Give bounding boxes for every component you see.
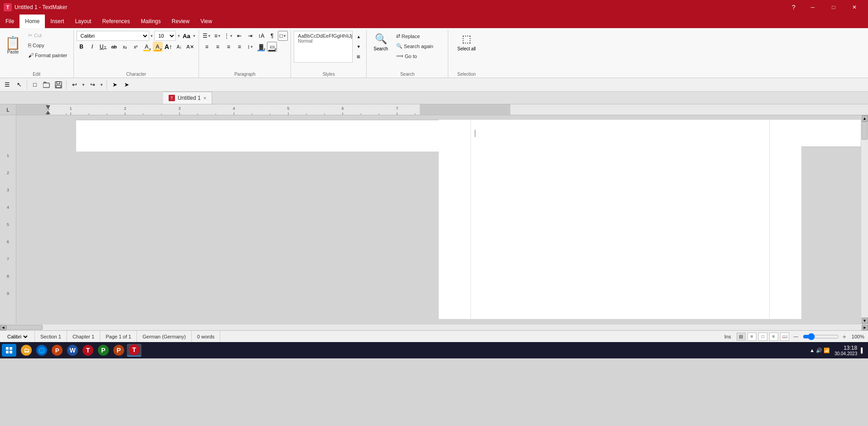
italic-button[interactable]: I bbox=[87, 42, 97, 52]
numbered-list-button[interactable]: ≡▼ bbox=[213, 31, 223, 41]
toolbar-cursor2-button[interactable]: ➤ bbox=[109, 79, 120, 90]
decrease-indent-button[interactable]: ⇤ bbox=[234, 31, 244, 41]
document-content[interactable]: | bbox=[470, 120, 770, 319]
scroll-left-button[interactable]: ◄ bbox=[0, 325, 6, 330]
align-right-button[interactable]: ≡ bbox=[223, 42, 233, 52]
view-normal-button[interactable]: ▤ bbox=[737, 333, 746, 341]
menu-view[interactable]: View bbox=[195, 15, 218, 28]
taskbar-app-textmaker-red[interactable]: T bbox=[81, 344, 95, 357]
increase-indent-button[interactable]: ⇥ bbox=[245, 31, 255, 41]
menu-review[interactable]: Review bbox=[166, 15, 195, 28]
taskbar-app-textmaker-active[interactable]: T bbox=[127, 344, 141, 357]
help-button[interactable]: ? bbox=[786, 0, 801, 15]
vertical-scrollbar[interactable]: ▲ ▼ bbox=[861, 115, 868, 324]
h-scroll-thumb[interactable] bbox=[6, 325, 43, 330]
bullet-list-button[interactable]: ☰▼ bbox=[202, 31, 212, 41]
toolbar-save-button[interactable] bbox=[53, 79, 64, 90]
document-viewport[interactable]: | bbox=[16, 115, 861, 324]
menu-file[interactable]: File bbox=[0, 15, 19, 28]
scroll-up-button[interactable]: ▲ bbox=[862, 115, 868, 122]
toolbar-cursor-button[interactable]: ↖ bbox=[14, 79, 24, 90]
status-font-selector[interactable]: Calibri bbox=[5, 333, 29, 340]
style-selector[interactable]: AaBbCcDdEeFfGgHhIiJj Normal bbox=[294, 31, 353, 63]
scissors-icon: ✂ bbox=[28, 32, 33, 39]
align-center-button[interactable]: ≡ bbox=[213, 42, 223, 52]
menu-mailings[interactable]: Mailings bbox=[136, 15, 166, 28]
styles-expand-button[interactable]: ⊞ bbox=[354, 52, 364, 62]
scroll-right-button[interactable]: ► bbox=[862, 325, 868, 330]
vr-3: 3 bbox=[7, 181, 9, 199]
text-case-button[interactable]: Aa bbox=[181, 31, 191, 41]
go-to-button[interactable]: ⟹ Go to bbox=[394, 52, 436, 60]
toolbar-undo-dd[interactable]: ▼ bbox=[81, 79, 86, 90]
taskbar-right: ▲ 🔊 📶 13:18 30.04.2023 ▌ bbox=[810, 345, 866, 356]
font-color-button[interactable]: A ▼ bbox=[142, 42, 152, 52]
menu-insert[interactable]: Insert bbox=[45, 15, 69, 28]
minimize-button[interactable]: ─ bbox=[803, 0, 823, 15]
shading-button[interactable]: ▓ ▼ bbox=[256, 42, 266, 52]
zoom-slider[interactable] bbox=[803, 333, 839, 340]
multilevel-list-button[interactable]: ⋮▼ bbox=[223, 31, 233, 41]
borders-button[interactable]: ▭ ▼ bbox=[267, 42, 277, 52]
underline-button[interactable]: U ▼ bbox=[98, 42, 108, 52]
search-again-button[interactable]: 🔍 Search again bbox=[394, 42, 436, 50]
menu-home[interactable]: Home bbox=[19, 15, 45, 28]
toolbar-redo-button[interactable]: ↪ bbox=[87, 79, 98, 90]
toolbar-undo-button[interactable]: ↩ bbox=[69, 79, 80, 90]
taskbar-clock[interactable]: 13:18 30.04.2023 bbox=[834, 345, 857, 356]
subscript-button[interactable]: x₂ bbox=[120, 42, 130, 52]
paste-button[interactable]: 📋 Paste bbox=[3, 35, 23, 56]
align-justify-button[interactable]: ≡ bbox=[234, 42, 244, 52]
view-web-button[interactable]: ≡ bbox=[769, 333, 778, 341]
toolbar-menu-button[interactable]: ☰ bbox=[2, 79, 13, 90]
grow-font-button[interactable]: A↑ bbox=[164, 42, 174, 52]
taskbar-app-word[interactable]: W bbox=[65, 344, 80, 357]
cut-button[interactable]: ✂ Cut bbox=[26, 31, 70, 40]
taskbar-app-powerpoint[interactable]: P bbox=[50, 344, 64, 357]
replace-button[interactable]: ⇄ Replace bbox=[394, 32, 436, 40]
scroll-down-button[interactable]: ▼ bbox=[862, 318, 868, 324]
styles-up-button[interactable]: ▲ bbox=[354, 32, 364, 42]
taskbar-app-explorer[interactable]: 🗂 bbox=[19, 344, 34, 357]
toolbar-cursor3-button[interactable]: ➤ bbox=[121, 79, 132, 90]
toolbar-open-button[interactable] bbox=[41, 79, 52, 90]
menu-layout[interactable]: Layout bbox=[69, 15, 97, 28]
strikethrough-button[interactable]: ab bbox=[109, 42, 119, 52]
toolbar-new-button[interactable]: □ bbox=[29, 79, 40, 90]
taskbar-app-planmaker[interactable]: P bbox=[96, 344, 111, 357]
document-tab[interactable]: T Untitled 1 × bbox=[163, 92, 212, 104]
close-button[interactable]: ✕ bbox=[844, 0, 864, 15]
horizontal-scrollbar[interactable]: ◄ ► bbox=[0, 324, 868, 330]
start-button[interactable] bbox=[2, 344, 16, 357]
align-left-button[interactable]: ≡ bbox=[202, 42, 212, 52]
highlight-button[interactable]: A ▼ bbox=[153, 42, 163, 52]
font-dd-arrow: ▼ bbox=[150, 34, 154, 38]
show-desktop-button[interactable]: ▌ bbox=[861, 348, 864, 353]
format-painter-button[interactable]: 🖌 Format painter bbox=[26, 51, 70, 60]
sort-button[interactable]: ↕A bbox=[256, 31, 266, 41]
menu-references[interactable]: References bbox=[97, 15, 135, 28]
styles-down-button[interactable]: ▼ bbox=[354, 42, 364, 52]
superscript-button[interactable]: x² bbox=[131, 42, 141, 52]
border-button[interactable]: □▼ bbox=[278, 31, 288, 41]
ribbon-group-edit: 📋 Paste ✂ Cut ⎘ Copy 🖌 Format painter Ed… bbox=[0, 30, 74, 78]
view-page-button[interactable]: □ bbox=[758, 333, 767, 341]
shrink-font-button[interactable]: A↓ bbox=[175, 42, 184, 52]
copy-button[interactable]: ⎘ Copy bbox=[26, 41, 70, 50]
clear-format-button[interactable]: A✕ bbox=[185, 42, 195, 52]
taskbar-app-presentations[interactable]: P bbox=[112, 344, 126, 357]
select-all-button[interactable]: ⬚ Select all bbox=[451, 31, 482, 54]
size-selector[interactable]: 10 bbox=[154, 31, 176, 41]
tab-close-button[interactable]: × bbox=[204, 95, 206, 101]
bold-button[interactable]: B bbox=[77, 42, 87, 52]
line-spacing-button[interactable]: ↕▼ bbox=[245, 42, 255, 52]
scroll-thumb[interactable] bbox=[862, 122, 868, 140]
view-outline-button[interactable]: ≡ bbox=[747, 333, 756, 341]
taskbar-app-edge[interactable]: 🌐 bbox=[34, 344, 49, 357]
toolbar-redo-dd[interactable]: ▼ bbox=[99, 79, 104, 90]
search-button[interactable]: 🔍 Search bbox=[369, 31, 392, 54]
show-marks-button[interactable]: ¶ bbox=[267, 31, 277, 41]
maximize-button[interactable]: □ bbox=[824, 0, 844, 15]
font-selector[interactable]: Calibri bbox=[77, 31, 149, 41]
view-book-button[interactable]: 📖 bbox=[780, 333, 789, 341]
